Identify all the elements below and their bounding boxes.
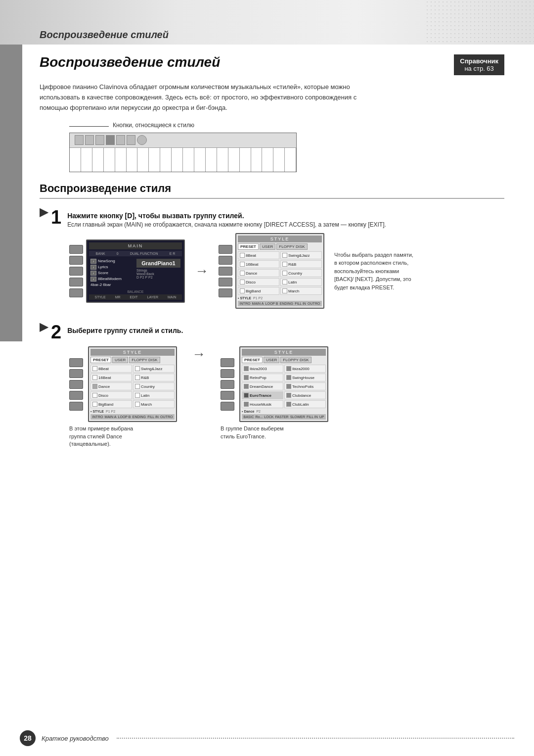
- step1-left-group: MAIN BANK 0 DUAL FUNCTION E R ♪ NewSon: [69, 239, 185, 303]
- main-screen: MAIN BANK 0 DUAL FUNCTION E R ♪ NewSon: [86, 239, 185, 303]
- side-btn-2: [69, 256, 83, 265]
- s2r-item-clublatin[interactable]: ClubLatin: [284, 400, 326, 408]
- balance-label: BALANCE: [89, 290, 182, 293]
- step2-title: Выберите группу стилей и стиль.: [67, 327, 183, 334]
- s2r-tab-user[interactable]: USER: [264, 357, 279, 363]
- s2r-label-swinghouse: SwingHouse: [292, 376, 314, 380]
- style-tabs: PRESET USER FLOPPY DISK: [238, 243, 322, 250]
- s2-tab-user[interactable]: USER: [112, 357, 128, 363]
- s2-label-country: Country: [141, 384, 155, 389]
- s2r-tab-preset[interactable]: PRESET: [242, 357, 263, 363]
- s2-screen2-title: STYLE: [242, 349, 326, 356]
- style-item-bigband[interactable]: BigBand: [238, 287, 279, 295]
- s2r-label-technopolis: TechnoPolis: [292, 384, 313, 389]
- main-content-split: ♪ NewSong ♪ Lyrics ♪ Score: [90, 259, 180, 288]
- kbd-btn-4: [106, 135, 115, 145]
- reference-box: Справочник на стр. 63: [454, 54, 504, 75]
- bottom-style: STYLE: [95, 295, 106, 299]
- s2r-item-technopolis[interactable]: TechnoPolis: [284, 382, 326, 390]
- s2-tab-floppy[interactable]: FLOPPY DISK: [129, 357, 160, 363]
- s2-item-dance[interactable]: Dance: [90, 382, 132, 390]
- s2-item-swing[interactable]: Swing&Jazz: [133, 365, 175, 373]
- style-item-latin[interactable]: Latin: [280, 278, 322, 286]
- tab-preset[interactable]: PRESET: [238, 243, 259, 250]
- s2r-btn-fill: FILL IN: [307, 415, 318, 419]
- style-item-disco[interactable]: Disco: [238, 278, 279, 286]
- s2-footer-1: ▪ STYLE P1 P2: [90, 410, 175, 413]
- s2r-item-swinghouse[interactable]: SwingHouse: [284, 374, 326, 381]
- s2-item-country[interactable]: Country: [133, 382, 175, 390]
- kbd-btn-2: [85, 135, 94, 145]
- footer-dots: [117, 738, 514, 739]
- s2-item-latin[interactable]: Latin: [133, 391, 175, 399]
- s2-side-btn-4: [69, 391, 83, 400]
- s2r-tab-floppy[interactable]: FLOPPY DISK: [280, 357, 311, 363]
- s2r-side-btn-4: [221, 391, 234, 400]
- step1-right-group: STYLE PRESET USER FLOPPY DISK 8Beat Swin…: [219, 233, 324, 309]
- step2-screen1: STYLE PRESET USER FLOPPY DISK 8Beat Swin…: [88, 346, 177, 422]
- main-row-lyrics: ♪ Lyrics: [90, 265, 134, 270]
- bottom-mr: MR: [115, 295, 121, 299]
- tab-floppy[interactable]: FLOPPY DISK: [276, 243, 307, 250]
- top-band: Воспроизведение стилей: [0, 0, 534, 45]
- s2-item-disco[interactable]: Disco: [90, 391, 132, 399]
- s2r-item-ibiza2003[interactable]: Ibiza2003: [242, 365, 283, 373]
- key-10: [172, 148, 183, 172]
- s2r-box-technopolis: [286, 384, 291, 389]
- s2-side-btn-1: [69, 358, 83, 367]
- step2-arrow-icon: →: [192, 346, 206, 362]
- main-screen-content: ♪ NewSong ♪ Lyrics ♪ Score: [89, 257, 182, 289]
- style-item-16beat[interactable]: 16Beat: [238, 260, 279, 268]
- kbd-knob: [137, 135, 147, 145]
- s2-side-btn-5: [69, 402, 83, 411]
- style-item-dance[interactable]: Dance: [238, 269, 279, 277]
- style-item-swing[interactable]: Swing&Jazz: [280, 251, 322, 259]
- key-15: [228, 148, 240, 172]
- step2-right-inner: STYLE PRESET USER FLOPPY DISK Ibiza2003: [221, 346, 328, 422]
- s2r-item-eurotrance[interactable]: EuroTrance: [242, 391, 283, 399]
- key-4: [104, 148, 115, 172]
- s2-item-8beat[interactable]: 8Beat: [90, 365, 132, 373]
- main-right-col: GrandPiano1 Strings Wood Back D P2 P P2: [136, 259, 180, 288]
- style-item-8beat[interactable]: 8Beat: [238, 251, 279, 259]
- s2-box-march: [135, 402, 140, 407]
- style-label-16beat: 16Beat: [246, 262, 258, 267]
- step2-left-block: STYLE PRESET USER FLOPPY DISK 8Beat Swin…: [69, 346, 177, 448]
- s2r-item-ibiza2000[interactable]: Ibiza2000: [284, 365, 326, 373]
- style-screen-title: STYLE: [238, 236, 322, 242]
- style-item-box-march: [282, 288, 287, 293]
- tab-user[interactable]: USER: [260, 243, 275, 250]
- newsong-icon: ♪: [90, 259, 96, 264]
- s2r-item-dreamdance[interactable]: DreamDance: [242, 382, 283, 390]
- keyboard-label: Кнопки, относящиеся к стилю: [113, 122, 194, 129]
- main-params: Strings Wood Back D P2 P P2: [136, 269, 180, 279]
- s2r-item-retropop[interactable]: RetroPop: [242, 374, 283, 381]
- step1-arrow: ▶: [40, 206, 48, 219]
- s2r-item-housemusik[interactable]: HouseMusik: [242, 400, 283, 408]
- style-label-latin: Latin: [288, 280, 297, 284]
- s2-side-btn-2: [69, 369, 83, 378]
- s2-label-disco: Disco: [98, 393, 108, 398]
- style-item-box-dance: [240, 271, 245, 276]
- s2r-btn-ro: Ro...: [256, 415, 263, 419]
- style-item-country[interactable]: Country: [280, 269, 322, 277]
- 8beat-icon: ♪: [90, 277, 96, 282]
- style-item-march[interactable]: March: [280, 287, 322, 295]
- newsong-text: NewSong: [98, 259, 115, 263]
- page-number: 28: [20, 730, 36, 746]
- s2r-btn-lock: LOCK: [264, 415, 273, 419]
- s2-item-march[interactable]: March: [133, 400, 175, 408]
- s2-item-16beat[interactable]: 16Beat: [90, 374, 132, 381]
- main-row-score: ♪ Score: [90, 271, 134, 276]
- s2r-label-retropop: RetroPop: [250, 376, 267, 380]
- s2-tab-preset[interactable]: PRESET: [90, 357, 111, 363]
- main-row-8beat: ♪ 8BeatModern: [90, 277, 134, 282]
- s2-item-rnb[interactable]: R&B: [133, 374, 175, 381]
- style-label-march: March: [288, 289, 299, 293]
- s2-item-bigband[interactable]: BigBand: [90, 400, 132, 408]
- style-footer: ▪ STYLE P1 P2: [238, 296, 322, 300]
- style-item-rnb[interactable]: R&B: [280, 260, 322, 268]
- key-6: [127, 148, 138, 172]
- side-buttons-main: [69, 245, 83, 297]
- s2r-item-clubdance[interactable]: Clubdance: [284, 391, 326, 399]
